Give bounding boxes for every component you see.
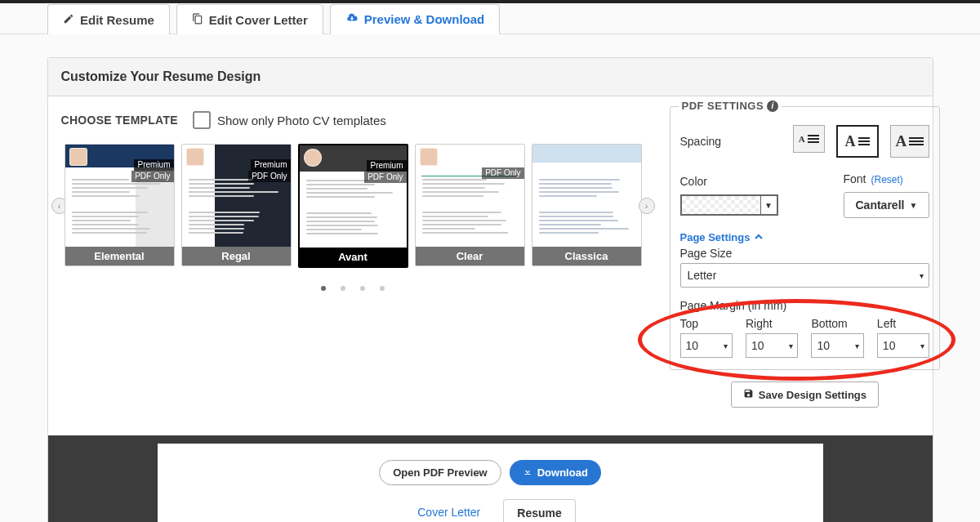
customize-panel: Customize Your Resume Design CHOOSE TEMP…: [47, 57, 933, 522]
page-size-select[interactable]: Letter ▾: [680, 263, 930, 288]
pdf-settings-box: PDF SETTINGS i Spacing A A A: [670, 106, 941, 370]
open-pdf-preview-button[interactable]: Open PDF Preview: [379, 460, 501, 485]
main-tabs: Edit Resume Edit Cover Letter Preview & …: [0, 3, 980, 34]
margin-bottom-label: Bottom: [811, 317, 847, 330]
download-button-label: Download: [537, 466, 588, 479]
template-thumb-elemental[interactable]: PremiumPDF OnlyElemental: [65, 144, 175, 266]
text-size-small-icon: A: [799, 134, 819, 144]
template-carousel: PremiumPDF OnlyElementalPremiumPDF OnlyR…: [65, 144, 642, 268]
page-settings-label: Page Settings: [680, 231, 751, 243]
template-chooser: CHOOSE TEMPLATE Show only Photo CV templ…: [48, 96, 658, 422]
template-thumb-avant[interactable]: PremiumPDF OnlyAvant: [298, 144, 408, 268]
chevron-down-icon: ▾: [920, 271, 924, 280]
color-swatch-icon: [682, 196, 760, 214]
premium-badge: Premium: [367, 160, 406, 172]
chevron-down-icon: ▾: [724, 341, 728, 350]
copy-icon: [192, 13, 203, 27]
chevron-down-icon: ▾: [920, 341, 924, 350]
chevron-down-icon: ▾: [789, 341, 793, 350]
pencil-icon: [63, 13, 74, 27]
margin-left-value: 10: [883, 339, 896, 352]
carousel-next-button[interactable]: ›: [639, 198, 655, 214]
margin-top-select[interactable]: 10 ▾: [680, 333, 733, 358]
panel-title: Customize Your Resume Design: [48, 58, 933, 96]
tab-preview-download[interactable]: Preview & Download: [330, 4, 501, 34]
carousel-dot[interactable]: [360, 286, 365, 291]
download-icon: [523, 466, 532, 479]
page-size-label: Page Size: [680, 247, 930, 260]
spacing-medium-button[interactable]: A: [836, 125, 879, 158]
pdf-only-badge: PDF Only: [364, 172, 406, 183]
chevron-down-icon: ▾: [855, 341, 859, 350]
text-size-large-icon: A: [896, 132, 924, 150]
document-preview-bar: Open PDF Preview Download Cover Letter R…: [48, 435, 933, 522]
margin-top-value: 10: [686, 339, 699, 352]
pdf-only-badge: PDF Only: [482, 167, 523, 179]
template-name-label: Clear: [416, 247, 524, 265]
tab-label: Edit Cover Letter: [209, 13, 308, 27]
premium-badge: Premium: [134, 159, 173, 171]
tab-label: Edit Resume: [80, 13, 154, 27]
template-preview: [416, 145, 524, 247]
page-settings-toggle[interactable]: Page Settings: [680, 231, 930, 243]
chevron-down-icon: ▼: [909, 201, 917, 210]
font-select-button[interactable]: Cantarell ▼: [844, 192, 930, 218]
spacing-small-button[interactable]: A: [793, 125, 825, 153]
spacing-large-button[interactable]: A: [890, 125, 930, 158]
font-label: Font: [844, 172, 866, 185]
pdf-settings-legend-text: PDF SETTINGS: [682, 100, 764, 112]
photo-cv-only-toggle[interactable]: Show only Photo CV templates: [193, 111, 386, 129]
carousel-pagination: [61, 286, 645, 291]
template-thumb-classica[interactable]: Classica: [532, 144, 642, 266]
checkbox-icon: [193, 111, 211, 129]
tab-edit-cover-letter[interactable]: Edit Cover Letter: [176, 4, 323, 34]
margin-left-select[interactable]: 10 ▾: [877, 333, 929, 358]
margin-right-value: 10: [751, 339, 764, 352]
page-margins-group: Top 10 ▾ Right 10 ▾ Bott: [680, 317, 930, 358]
save-icon: [743, 388, 754, 401]
template-name-label: Classica: [532, 247, 641, 265]
color-picker-button[interactable]: ▼: [680, 194, 778, 216]
template-preview: [532, 145, 641, 247]
margin-right-select[interactable]: 10 ▾: [746, 333, 798, 358]
margin-right-label: Right: [746, 317, 773, 330]
checkbox-label: Show only Photo CV templates: [217, 114, 386, 127]
carousel-dot[interactable]: [321, 286, 326, 291]
chevron-right-icon: ›: [645, 201, 648, 211]
carousel-dot[interactable]: [380, 286, 385, 291]
chevron-up-icon: [755, 231, 763, 243]
carousel-dot[interactable]: [341, 286, 345, 291]
document-surface: Open PDF Preview Download Cover Letter R…: [158, 444, 823, 522]
subtab-cover-letter[interactable]: Cover Letter: [404, 499, 493, 522]
pdf-only-badge: PDF Only: [248, 171, 290, 182]
tab-edit-resume[interactable]: Edit Resume: [47, 4, 170, 34]
page-size-value: Letter: [688, 269, 717, 282]
subtab-resume[interactable]: Resume: [503, 499, 575, 522]
pdf-settings-legend: PDF SETTINGS i: [679, 100, 782, 112]
pdf-only-badge: PDF Only: [131, 171, 173, 182]
chevron-left-icon: ‹: [58, 201, 61, 211]
spacing-label: Spacing: [680, 135, 750, 148]
margin-bottom-select[interactable]: 10 ▾: [811, 333, 863, 358]
margin-top-label: Top: [680, 317, 699, 330]
download-button[interactable]: Download: [510, 460, 601, 485]
pdf-settings-column: PDF SETTINGS i Spacing A A A: [658, 96, 952, 422]
color-label: Color: [680, 175, 750, 188]
save-design-settings-button[interactable]: Save Design Settings: [731, 381, 879, 408]
cloud-download-icon: [345, 12, 359, 26]
template-name-label: Elemental: [65, 247, 174, 265]
template-name-label: Avant: [300, 248, 407, 266]
font-reset-link[interactable]: (Reset): [871, 174, 903, 185]
template-name-label: Regal: [182, 247, 291, 265]
text-size-medium-icon: A: [845, 133, 870, 150]
margin-bottom-value: 10: [817, 339, 830, 352]
premium-badge: Premium: [251, 159, 290, 171]
choose-template-label: CHOOSE TEMPLATE: [61, 114, 178, 127]
margin-left-label: Left: [877, 317, 896, 330]
info-icon[interactable]: i: [767, 100, 778, 112]
font-value: Cantarell: [856, 199, 905, 212]
tab-label: Preview & Download: [364, 12, 485, 26]
page-margin-label: Page Margin (in mm): [680, 299, 930, 312]
template-thumb-clear[interactable]: PDF OnlyClear: [415, 144, 525, 266]
template-thumb-regal[interactable]: PremiumPDF OnlyRegal: [181, 144, 292, 266]
